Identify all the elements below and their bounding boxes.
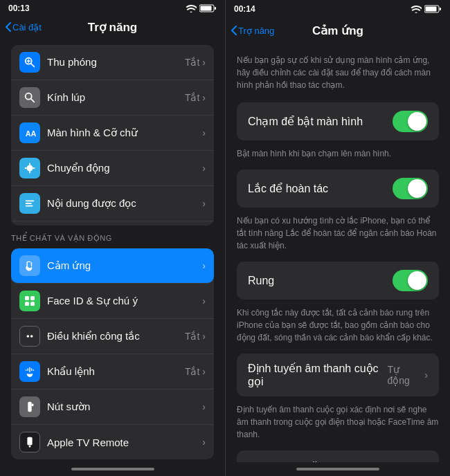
bottom-settings-list: Cảm ứng › Face ID & Sự chú ý › Điều khiể…: [11, 248, 214, 459]
item-man-hinh[interactable]: AA Màn hình & Cỡ chữ ›: [11, 116, 214, 151]
noi-dung-content: Nội dung được đọc ›: [47, 197, 206, 210]
toggle-section-rung: Rung: [237, 262, 439, 300]
rung-desc: Khi công tắc này được tắt, tất cả cảnh b…: [226, 302, 450, 351]
nut-suon-label: Nút sườn: [47, 401, 90, 413]
apple-tv-label: Apple TV Remote: [47, 437, 129, 448]
svg-rect-20: [26, 297, 29, 300]
item-chuyen-dong[interactable]: Chuyển động ›: [11, 151, 214, 186]
toggle-row-cham-bat: Chạm để bật màn hình: [237, 102, 439, 140]
svg-point-24: [27, 335, 30, 338]
right-home-bar: [296, 468, 379, 470]
nut-suon-chevron: ›: [202, 401, 206, 412]
face-id-content: Face ID & Sự chú ý ›: [47, 295, 206, 307]
cam-ung-content: Cảm ứng ›: [47, 259, 206, 272]
item-khau-lenh[interactable]: Khẩu lệnh Tắt ›: [11, 354, 214, 390]
left-home-indicator: [0, 462, 225, 476]
item-noi-dung[interactable]: Nội dung được đọc ›: [11, 186, 214, 221]
left-back-label: Cài đặt: [12, 22, 42, 33]
item-nut-suon[interactable]: Nút sườn ›: [11, 390, 214, 425]
right-battery-icon: [424, 5, 442, 13]
kinh-lup-content: Kính lúp Tắt ›: [47, 91, 206, 103]
noi-dung-label: Nội dung được đọc: [47, 197, 136, 210]
svg-rect-26: [28, 402, 31, 412]
lac-toggle[interactable]: [393, 178, 428, 199]
intro-text: Nếu bạn gặp sự cố khi sử dụng màn hình c…: [226, 47, 450, 100]
chuyen-dong-label: Chuyển động: [47, 162, 110, 174]
item-apple-tv[interactable]: Apple TV Remote ›: [11, 425, 214, 459]
routing-value: Tự động: [388, 364, 422, 386]
item-cam-ung[interactable]: Cảm ứng ›: [11, 248, 214, 284]
battery-icon: [199, 4, 217, 12]
lac-desc: Nếu bạn có xu hướng tình cờ lắc iPhone, …: [226, 210, 450, 259]
chuyen-dong-icon: [19, 158, 40, 178]
noi-dung-right: ›: [202, 198, 206, 209]
item-kinh-lup[interactable]: Kính lúp Tắt ›: [11, 80, 214, 116]
right-back-button[interactable]: Trợ năng: [231, 26, 274, 36]
left-back-button[interactable]: Cài đặt: [6, 22, 42, 33]
routing-label: Định tuyến âm thanh cuộc gọi: [248, 362, 388, 388]
left-status-bar: 00:13: [0, 0, 225, 15]
cham-bat-toggle[interactable]: [393, 111, 428, 132]
khau-lenh-value: Tắt: [185, 366, 199, 377]
kinh-lup-chevron: ›: [202, 92, 206, 103]
chuyen-dong-right: ›: [202, 163, 206, 174]
svg-rect-28: [27, 437, 32, 446]
svg-line-8: [31, 99, 35, 102]
face-id-icon: [19, 291, 40, 311]
man-hinh-right: ›: [202, 127, 206, 138]
rung-label: Rung: [248, 275, 274, 287]
svg-rect-37: [440, 8, 441, 10]
item-thu-phong[interactable]: Thu phóng Tắt ›: [11, 45, 214, 80]
right-time: 00:14: [234, 4, 255, 14]
man-hinh-icon: AA: [19, 122, 40, 143]
toggle-section-lac: Lắc để hoàn tác: [237, 170, 439, 208]
svg-point-25: [30, 335, 33, 338]
thu-phong-chevron: ›: [202, 57, 206, 68]
left-nav-bar: Cài đặt Trợ năng: [0, 15, 225, 42]
kinh-lup-right: Tắt ›: [185, 92, 206, 103]
face-id-chevron: ›: [202, 295, 206, 306]
right-status-bar: 00:14: [226, 0, 450, 17]
left-panel: 00:13 Cài đặt Trợ năng: [0, 0, 225, 476]
kinh-lup-icon: [19, 87, 40, 108]
rung-toggle[interactable]: [393, 270, 428, 291]
dieu-khien-content: Điều khiển công tắc Tắt ›: [47, 330, 206, 342]
routing-row[interactable]: Định tuyến âm thanh cuộc gọi Tự động ›: [237, 354, 439, 396]
chuyen-dong-content: Chuyển động ›: [47, 162, 206, 174]
svg-rect-1: [215, 7, 216, 10]
right-back-chevron-icon: [231, 26, 237, 35]
svg-rect-16: [26, 203, 32, 204]
routing-chevron: ›: [424, 369, 428, 381]
dieu-khien-label: Điều khiển công tắc: [47, 330, 140, 342]
left-nav-title: Trợ năng: [88, 20, 137, 35]
svg-point-29: [29, 446, 31, 448]
kinh-lup-value: Tắt: [185, 92, 199, 103]
dieu-khien-icon: [19, 326, 40, 347]
thu-phong-label: Thu phóng: [47, 56, 97, 68]
back-tap-row[interactable]: Chạm vào mặt sau Bật ›: [237, 450, 439, 462]
man-hinh-chevron: ›: [202, 127, 206, 138]
khau-lenh-label: Khẩu lệnh: [47, 365, 95, 378]
svg-rect-15: [26, 200, 35, 201]
dieu-khien-chevron: ›: [202, 331, 206, 342]
svg-text:AA: AA: [26, 129, 36, 137]
apple-tv-icon: [19, 432, 40, 452]
cham-bat-desc: Bật màn hình khi bạn chạm lên màn hình.: [226, 143, 450, 167]
apple-tv-chevron: ›: [202, 437, 206, 448]
item-face-id[interactable]: Face ID & Sự chú ý ›: [11, 284, 214, 319]
top-settings-list: Thu phóng Tắt › Kính lúp Tắt ›: [11, 45, 214, 226]
back-tap-section: Chạm vào mặt sau Bật ›: [237, 450, 439, 462]
right-scroll-content[interactable]: Nếu bạn gặp sự cố khi sử dụng màn hình c…: [226, 47, 450, 462]
toggle-section-cham-bat: Chạm để bật màn hình: [237, 102, 439, 140]
routing-desc: Định tuyến âm thanh cuộc gọi xác định nơ…: [226, 399, 450, 448]
thu-phong-right: Tắt ›: [185, 57, 206, 68]
routing-right: Tự động ›: [388, 364, 428, 386]
item-mo-ta[interactable]: AD Mô tả âm thanh Tắt ›: [11, 221, 214, 226]
right-panel: 00:14 Trợ năng Cảm ứng Nếu bạn gặp sự cố…: [225, 0, 450, 476]
face-id-label: Face ID & Sự chú ý: [47, 295, 138, 307]
chuyen-dong-chevron: ›: [202, 163, 206, 174]
right-back-label: Trợ năng: [238, 26, 274, 36]
item-dieu-khien[interactable]: Điều khiển công tắc Tắt ›: [11, 319, 214, 354]
svg-rect-23: [31, 302, 35, 306]
back-chevron-icon: [6, 22, 11, 32]
